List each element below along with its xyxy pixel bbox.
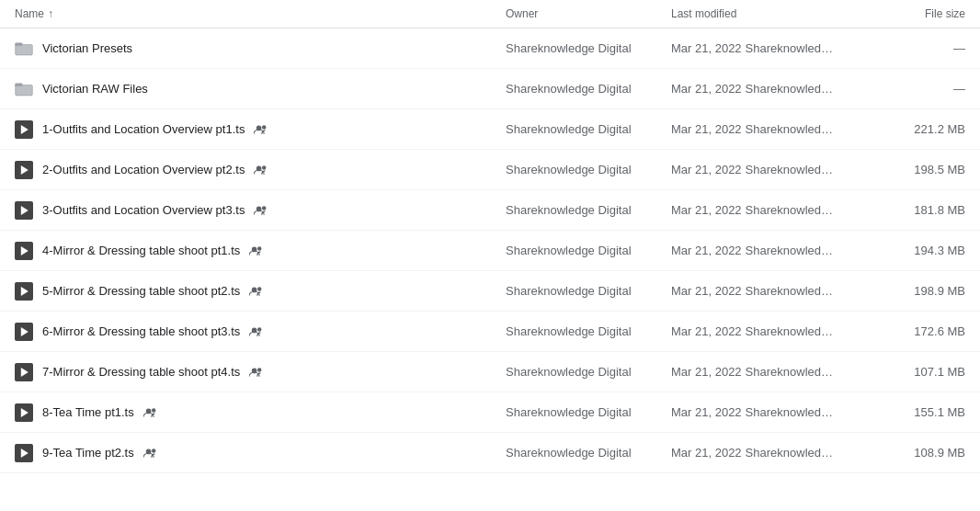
modified-date: Mar 21, 2022	[671, 122, 742, 136]
svg-point-19	[257, 327, 261, 331]
row-owner-cell: Shareknowledge Digital	[506, 203, 671, 217]
file-name: Victorian RAW Files	[42, 82, 148, 96]
row-size-cell: 198.9 MB	[873, 284, 965, 298]
shared-icon	[254, 203, 268, 218]
modified-date: Mar 21, 2022	[671, 284, 742, 298]
row-modified-cell: Mar 21, 2022 Shareknowledge...	[671, 284, 873, 298]
svg-rect-2	[16, 45, 32, 54]
shared-icon	[249, 365, 264, 380]
modified-user: Shareknowledge...	[746, 446, 838, 460]
table-row[interactable]: 3-Outfits and Location Overview pt3.ts S…	[0, 190, 980, 231]
row-size-cell: 107.1 MB	[873, 365, 965, 379]
shared-icon	[254, 122, 268, 137]
modified-user: Shareknowledge...	[746, 284, 838, 298]
table-row[interactable]: 2-Outfits and Location Overview pt2.ts S…	[0, 150, 980, 190]
table-row[interactable]: 8-Tea Time pt1.ts Shareknowledge Digital…	[0, 392, 980, 433]
folder-icon	[15, 80, 33, 98]
row-owner-cell: Shareknowledge Digital	[506, 82, 671, 96]
video-icon	[15, 201, 33, 220]
row-owner-cell: Shareknowledge Digital	[506, 41, 671, 55]
row-modified-cell: Mar 21, 2022 Shareknowledge...	[671, 244, 873, 257]
table-row[interactable]: 5-Mirror & Dressing table shoot pt2.ts S…	[0, 271, 980, 312]
svg-rect-3	[15, 43, 22, 45]
table-row[interactable]: Victorian Presets Shareknowledge Digital…	[0, 28, 980, 69]
file-name: 2-Outfits and Location Overview pt2.ts	[42, 163, 245, 176]
table-row[interactable]: 7-Mirror & Dressing table shoot pt4.ts S…	[0, 352, 980, 392]
row-name-cell: 7-Mirror & Dressing table shoot pt4.ts	[15, 363, 506, 381]
row-name-cell: 8-Tea Time pt1.ts	[15, 403, 506, 422]
row-modified-cell: Mar 21, 2022 Shareknowledge...	[671, 405, 873, 419]
modified-user: Shareknowledge...	[746, 163, 838, 176]
modified-user: Shareknowledge...	[746, 122, 838, 136]
modified-user: Shareknowledge...	[746, 82, 838, 96]
modified-user: Shareknowledge...	[746, 203, 838, 217]
svg-point-15	[257, 246, 261, 250]
header-name-label: Name	[15, 7, 44, 20]
shared-icon	[249, 244, 264, 258]
table-row[interactable]: Victorian RAW Files Shareknowledge Digit…	[0, 69, 980, 109]
row-size-cell: 194.3 MB	[873, 244, 965, 257]
file-name: 1-Outfits and Location Overview pt1.ts	[42, 122, 245, 136]
row-modified-cell: Mar 21, 2022 Shareknowledge...	[671, 163, 873, 176]
row-size-cell: 108.9 MB	[873, 446, 965, 460]
row-name-cell: Victorian Presets	[15, 40, 506, 58]
modified-date: Mar 21, 2022	[671, 365, 742, 379]
modified-date: Mar 21, 2022	[671, 41, 742, 55]
row-modified-cell: Mar 21, 2022 Shareknowledge...	[671, 122, 873, 136]
file-name: 5-Mirror & Dressing table shoot pt2.ts	[42, 284, 240, 298]
table-row[interactable]: 6-Mirror & Dressing table shoot pt3.ts S…	[0, 312, 980, 352]
row-modified-cell: Mar 21, 2022 Shareknowledge...	[671, 446, 873, 460]
row-owner-cell: Shareknowledge Digital	[506, 163, 671, 176]
svg-point-23	[152, 408, 155, 412]
row-owner-cell: Shareknowledge Digital	[506, 365, 671, 379]
row-owner-cell: Shareknowledge Digital	[506, 405, 671, 419]
modified-date: Mar 21, 2022	[671, 324, 742, 338]
video-icon	[15, 323, 33, 341]
svg-point-11	[262, 165, 266, 169]
modified-date: Mar 21, 2022	[671, 203, 742, 217]
table-row[interactable]: 9-Tea Time pt2.ts Shareknowledge Digital…	[0, 433, 980, 473]
row-size-cell: 181.8 MB	[873, 203, 965, 217]
video-icon	[15, 282, 33, 301]
row-size-cell: 198.5 MB	[873, 163, 965, 176]
row-size-cell: 155.1 MB	[873, 405, 965, 419]
file-name: 3-Outfits and Location Overview pt3.ts	[42, 203, 245, 217]
modified-date: Mar 21, 2022	[671, 446, 742, 460]
modified-user: Shareknowledge...	[746, 324, 838, 338]
row-name-cell: 4-Mirror & Dressing table shoot pt1.ts	[15, 242, 506, 260]
row-owner-cell: Shareknowledge Digital	[506, 446, 671, 460]
file-name: Victorian Presets	[42, 41, 132, 55]
modified-date: Mar 21, 2022	[671, 163, 742, 176]
row-name-cell: 5-Mirror & Dressing table shoot pt2.ts	[15, 282, 506, 301]
row-name-cell: 3-Outfits and Location Overview pt3.ts	[15, 201, 506, 220]
svg-point-25	[152, 449, 155, 452]
svg-rect-7	[15, 84, 22, 85]
shared-icon	[143, 405, 158, 420]
header-owner[interactable]: Owner	[506, 7, 671, 20]
row-owner-cell: Shareknowledge Digital	[506, 284, 671, 298]
table-row[interactable]: 1-Outfits and Location Overview pt1.ts S…	[0, 109, 980, 150]
row-size-cell: 221.2 MB	[873, 122, 965, 136]
svg-rect-6	[16, 85, 32, 95]
header-modified[interactable]: Last modified	[671, 7, 873, 20]
row-owner-cell: Shareknowledge Digital	[506, 244, 671, 257]
shared-icon	[254, 163, 268, 177]
sort-arrow-icon: ↑	[48, 7, 53, 20]
row-name-cell: 6-Mirror & Dressing table shoot pt3.ts	[15, 323, 506, 341]
video-icon	[15, 363, 33, 381]
shared-icon	[249, 284, 264, 299]
table-row[interactable]: 4-Mirror & Dressing table shoot pt1.ts S…	[0, 231, 980, 271]
video-icon	[15, 403, 33, 422]
table-body: Victorian Presets Shareknowledge Digital…	[0, 28, 980, 473]
row-name-cell: Victorian RAW Files	[15, 80, 506, 98]
svg-point-9	[262, 125, 266, 129]
modified-user: Shareknowledge...	[746, 365, 838, 379]
shared-icon	[143, 446, 158, 460]
row-name-cell: 1-Outfits and Location Overview pt1.ts	[15, 120, 506, 139]
header-size-label: File size	[925, 7, 965, 20]
row-name-cell: 2-Outfits and Location Overview pt2.ts	[15, 161, 506, 179]
header-size[interactable]: File size	[873, 7, 965, 20]
video-icon	[15, 444, 33, 462]
header-name[interactable]: Name ↑	[15, 7, 506, 20]
svg-point-17	[257, 287, 261, 290]
